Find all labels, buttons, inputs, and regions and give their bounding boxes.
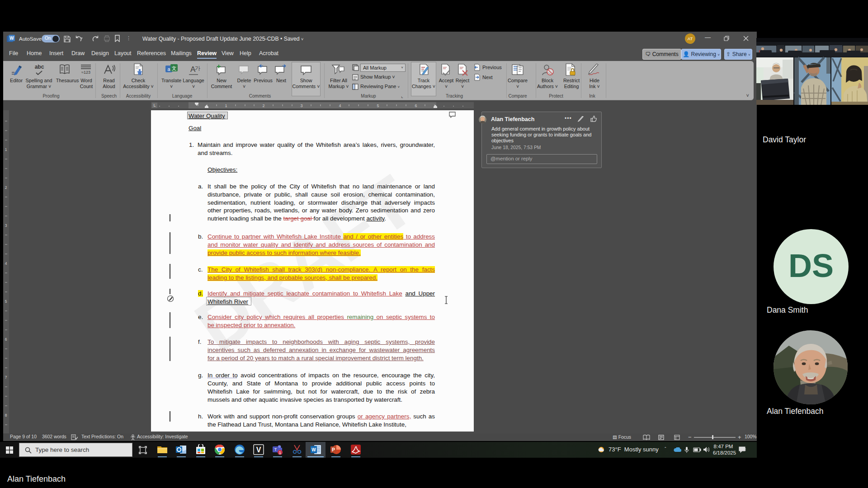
svg-text:P: P (332, 447, 335, 452)
svg-text:≈123: ≈123 (81, 70, 90, 75)
svg-text:W: W (9, 36, 14, 41)
svg-text:1: 1 (225, 103, 227, 108)
svg-text:V: V (256, 446, 261, 454)
svg-text:1: 1 (279, 450, 281, 455)
svg-text:T: T (274, 447, 277, 452)
svg-text:3: 3 (5, 223, 7, 228)
svg-text:1: 1 (5, 147, 7, 152)
svg-text:5: 5 (377, 103, 379, 108)
svg-text:4: 4 (5, 261, 7, 266)
svg-text:7: 7 (5, 375, 7, 380)
svg-text:文: 文 (172, 66, 177, 71)
svg-text:a: a (167, 66, 170, 72)
svg-text:3: 3 (300, 103, 302, 108)
svg-text:4: 4 (339, 103, 341, 108)
svg-text:6: 6 (5, 337, 7, 342)
svg-text:2: 2 (5, 185, 7, 190)
svg-text:2: 2 (262, 103, 264, 108)
svg-text:8: 8 (5, 413, 7, 418)
svg-text:W: W (311, 447, 316, 452)
svg-text:5: 5 (5, 299, 7, 304)
svg-text:가: 가 (195, 65, 200, 71)
svg-text:6: 6 (415, 103, 417, 108)
